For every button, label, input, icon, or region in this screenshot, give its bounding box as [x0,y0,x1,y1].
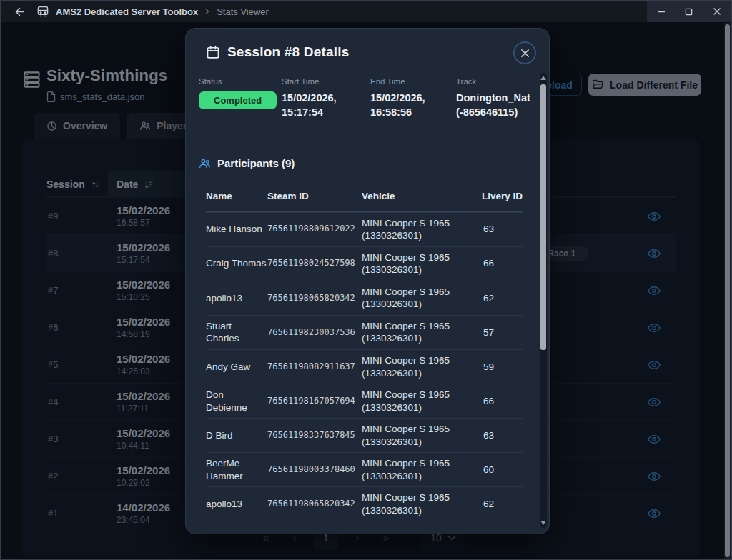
participant-steam-id: 76561198337637845 [267,430,362,441]
participant-row: Don Debienne 76561198167057694 MINI Coop… [206,384,523,418]
status-field: Status Completed [199,77,282,120]
participant-name: Mike Hanson [206,223,267,236]
status-label: Status [199,77,282,86]
participant-vehicle: MINI Cooper S 1965(1330326301) [362,389,482,414]
participant-livery-id: 63 [482,223,523,236]
column-header-livery-id: Livery ID [482,191,523,201]
session-details-modal: Session #8 Details Status Completed Star… [185,28,550,534]
participant-steam-id: 76561198065820342 [267,293,362,304]
minimize-button[interactable] [651,4,672,19]
participant-vehicle: MINI Cooper S 1965(1330326301) [362,251,482,276]
participant-row: BeerMe Hammer 76561198003378460 MINI Coo… [206,452,523,486]
participant-row: Stuart Charles 76561198230037536 MINI Co… [206,315,523,349]
participant-vehicle: MINI Cooper S 1965(1330326301) [362,217,482,242]
participant-vehicle: MINI Cooper S 1965(1330326301) [362,320,482,345]
app-window: AMS2 Dedicated Server Toolbox Stats View… [0,0,732,560]
modal-scrollbar-thumb[interactable] [540,84,546,350]
participant-livery-id: 66 [482,257,523,270]
app-title: AMS2 Dedicated Server Toolbox [56,6,198,17]
participant-steam-id: 76561198230037536 [267,327,362,339]
participant-livery-id: 62 [482,292,523,305]
breadcrumb: Stats Viewer [217,6,269,17]
participant-name: apollo13 [206,292,267,305]
participant-row: apollo13 76561198065820342 MINI Cooper S… [206,281,523,315]
participant-name: Craig Thomas [206,257,267,270]
participants-table-header: Name Steam ID Vehicle Livery ID [206,181,523,212]
participant-steam-id: 76561198024527598 [267,258,362,269]
participant-livery-id: 63 [482,429,523,442]
track-label: Track [456,77,540,86]
participant-steam-id: 76561198003378460 [267,464,362,476]
participants-table: Name Steam ID Vehicle Livery ID Mike Han… [206,181,523,521]
calendar-icon [206,45,220,59]
participant-name: Stuart Charles [206,320,267,345]
scroll-up-arrow-icon[interactable] [540,76,546,80]
participant-row: Mike Hanson 76561198809612022 MINI Coope… [206,212,523,246]
scroll-down-arrow-icon[interactable] [540,521,546,525]
back-button[interactable] [9,3,29,20]
participant-steam-id: 76561198809612022 [267,224,362,235]
participant-row: Craig Thomas 76561198024527598 MINI Coop… [206,246,523,281]
chevron-right-icon [203,7,212,16]
participant-name: apollo13 [206,498,267,511]
participant-row: Andy Gaw 76561198082911637 MINI Cooper S… [206,349,523,384]
window-scrollbar-thumb[interactable] [725,24,730,557]
column-header-name: Name [206,191,267,201]
participant-name: Andy Gaw [206,361,267,374]
modal-header: Session #8 Details [186,29,549,60]
end-time-value: 15/02/2026, 16:58:56 [370,91,456,120]
end-time-label: End Time [370,77,456,86]
participant-vehicle: MINI Cooper S 1965(1330326301) [362,423,482,448]
modal-scrollbar [540,73,547,528]
participant-steam-id: 76561198082911637 [267,361,362,373]
arrow-left-icon [14,6,26,18]
session-info: Status Completed Start Time 15/02/2026, … [186,77,549,120]
van-app-icon [36,6,49,17]
track-value: Donington_Nat (-865646115) [456,91,540,120]
participant-livery-id: 66 [482,395,523,408]
close-window-button[interactable] [706,4,728,19]
start-time-label: Start Time [282,77,370,86]
window-controls [647,1,731,22]
participant-row: apollo13 76561198065820342 MINI Cooper S… [206,486,523,521]
track-field: Track Donington_Nat (-865646115) [456,77,540,120]
end-time-field: End Time 15/02/2026, 16:58:56 [370,77,456,120]
participants-icon [199,158,211,169]
column-header-steam-id: Steam ID [267,191,362,201]
close-icon [520,49,530,58]
participant-name: Don Debienne [206,389,267,414]
participant-vehicle: MINI Cooper S 1965(1330326301) [362,286,482,311]
maximize-button[interactable] [678,4,700,19]
participant-vehicle: MINI Cooper S 1965(1330326301) [362,491,482,516]
participant-vehicle: MINI Cooper S 1965(1330326301) [362,354,482,379]
column-header-vehicle: Vehicle [362,191,482,201]
status-badge: Completed [199,91,277,109]
participant-row: D Bird 76561198337637845 MINI Cooper S 1… [206,418,523,452]
start-time-field: Start Time 15/02/2026, 15:17:54 [282,77,370,120]
participant-livery-id: 62 [482,498,523,511]
participant-steam-id: 76561198167057694 [267,396,362,407]
start-time-value: 15/02/2026, 15:17:54 [282,91,370,120]
modal-title: Session #8 Details [227,44,349,60]
participant-vehicle: MINI Cooper S 1965(1330326301) [362,457,482,482]
participant-steam-id: 76561198065820342 [267,499,362,510]
participants-title: Participants (9) [199,157,549,169]
participant-name: BeerMe Hammer [206,457,267,482]
titlebar: AMS2 Dedicated Server Toolbox Stats View… [1,1,731,22]
participant-name: D Bird [206,429,267,442]
window-scrollbar [724,23,731,559]
participant-livery-id: 60 [482,464,523,476]
participant-livery-id: 59 [482,361,523,374]
modal-close-button[interactable] [513,41,536,64]
participant-livery-id: 57 [482,326,523,339]
